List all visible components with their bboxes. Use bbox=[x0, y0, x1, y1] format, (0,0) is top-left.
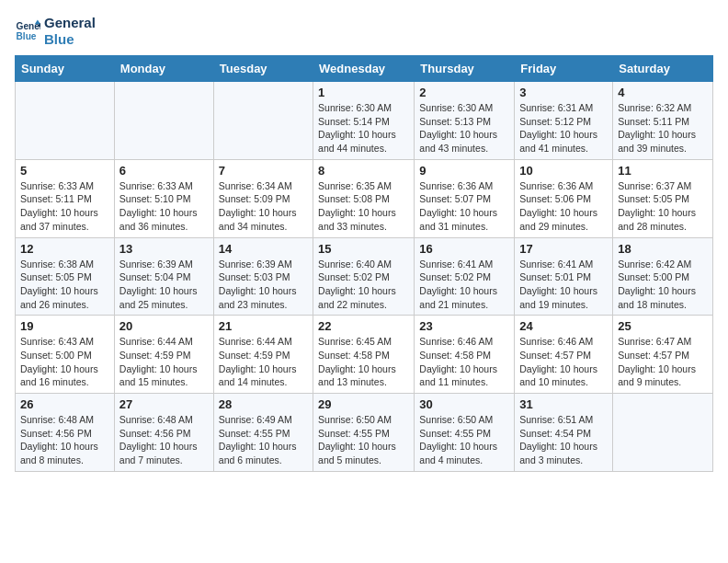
logo: General Blue GeneralBlue bbox=[15, 15, 96, 48]
calendar-cell bbox=[114, 82, 213, 160]
day-number: 19 bbox=[20, 319, 109, 333]
day-number: 15 bbox=[318, 242, 409, 256]
calendar-cell: 8Sunrise: 6:35 AM Sunset: 5:08 PM Daylig… bbox=[313, 159, 415, 237]
day-number: 28 bbox=[219, 397, 308, 411]
weekday-header: Sunday bbox=[16, 56, 115, 82]
day-number: 29 bbox=[318, 397, 409, 411]
day-number: 9 bbox=[419, 164, 509, 178]
day-info: Sunrise: 6:46 AM Sunset: 4:57 PM Dayligh… bbox=[519, 335, 608, 389]
day-info: Sunrise: 6:49 AM Sunset: 4:55 PM Dayligh… bbox=[219, 413, 308, 467]
day-info: Sunrise: 6:45 AM Sunset: 4:58 PM Dayligh… bbox=[318, 335, 409, 389]
calendar-week-row: 19Sunrise: 6:43 AM Sunset: 5:00 PM Dayli… bbox=[16, 316, 713, 394]
day-info: Sunrise: 6:30 AM Sunset: 5:14 PM Dayligh… bbox=[318, 101, 409, 155]
day-info: Sunrise: 6:33 AM Sunset: 5:11 PM Dayligh… bbox=[20, 179, 109, 234]
day-info: Sunrise: 6:46 AM Sunset: 4:58 PM Dayligh… bbox=[419, 335, 509, 389]
day-number: 26 bbox=[20, 397, 109, 411]
day-info: Sunrise: 6:36 AM Sunset: 5:06 PM Dayligh… bbox=[519, 179, 608, 234]
calendar-cell: 26Sunrise: 6:48 AM Sunset: 4:56 PM Dayli… bbox=[16, 394, 115, 472]
day-info: Sunrise: 6:31 AM Sunset: 5:12 PM Dayligh… bbox=[519, 101, 608, 155]
calendar-cell: 17Sunrise: 6:41 AM Sunset: 5:01 PM Dayli… bbox=[515, 237, 613, 316]
weekday-header: Friday bbox=[515, 56, 613, 82]
calendar-cell bbox=[213, 82, 313, 160]
day-number: 2 bbox=[419, 86, 509, 99]
calendar-cell: 5Sunrise: 6:33 AM Sunset: 5:11 PM Daylig… bbox=[16, 159, 115, 237]
calendar-cell: 29Sunrise: 6:50 AM Sunset: 4:55 PM Dayli… bbox=[313, 394, 415, 472]
day-info: Sunrise: 6:32 AM Sunset: 5:11 PM Dayligh… bbox=[618, 101, 708, 155]
day-info: Sunrise: 6:44 AM Sunset: 4:59 PM Dayligh… bbox=[219, 335, 308, 389]
day-number: 8 bbox=[318, 164, 409, 178]
day-number: 13 bbox=[119, 242, 209, 256]
calendar-cell: 12Sunrise: 6:38 AM Sunset: 5:05 PM Dayli… bbox=[16, 237, 115, 316]
day-number: 23 bbox=[419, 319, 509, 333]
day-info: Sunrise: 6:34 AM Sunset: 5:09 PM Dayligh… bbox=[219, 179, 308, 234]
day-number: 30 bbox=[419, 397, 509, 411]
calendar-cell: 7Sunrise: 6:34 AM Sunset: 5:09 PM Daylig… bbox=[213, 159, 313, 237]
day-number: 11 bbox=[618, 164, 708, 178]
calendar-cell: 22Sunrise: 6:45 AM Sunset: 4:58 PM Dayli… bbox=[313, 316, 415, 394]
day-number: 20 bbox=[119, 319, 209, 333]
day-info: Sunrise: 6:39 AM Sunset: 5:03 PM Dayligh… bbox=[219, 258, 308, 312]
day-number: 27 bbox=[119, 397, 209, 411]
day-number: 22 bbox=[318, 319, 409, 333]
calendar-cell: 10Sunrise: 6:36 AM Sunset: 5:06 PM Dayli… bbox=[515, 159, 613, 237]
calendar-cell bbox=[16, 82, 115, 160]
day-number: 3 bbox=[519, 86, 608, 99]
day-number: 7 bbox=[219, 164, 308, 178]
calendar-cell: 20Sunrise: 6:44 AM Sunset: 4:59 PM Dayli… bbox=[114, 316, 213, 394]
day-number: 4 bbox=[618, 86, 708, 99]
day-number: 24 bbox=[519, 319, 608, 333]
calendar-cell: 1Sunrise: 6:30 AM Sunset: 5:14 PM Daylig… bbox=[313, 82, 415, 160]
calendar-table: SundayMondayTuesdayWednesdayThursdayFrid… bbox=[15, 55, 713, 472]
calendar-cell: 16Sunrise: 6:41 AM Sunset: 5:02 PM Dayli… bbox=[415, 237, 515, 316]
day-info: Sunrise: 6:48 AM Sunset: 4:56 PM Dayligh… bbox=[119, 413, 209, 467]
day-info: Sunrise: 6:33 AM Sunset: 5:10 PM Dayligh… bbox=[119, 179, 209, 234]
day-number: 21 bbox=[219, 319, 308, 333]
day-info: Sunrise: 6:41 AM Sunset: 5:01 PM Dayligh… bbox=[519, 258, 608, 312]
calendar-week-row: 1Sunrise: 6:30 AM Sunset: 5:14 PM Daylig… bbox=[16, 82, 713, 160]
day-info: Sunrise: 6:30 AM Sunset: 5:13 PM Dayligh… bbox=[419, 101, 509, 155]
calendar-week-row: 5Sunrise: 6:33 AM Sunset: 5:11 PM Daylig… bbox=[16, 159, 713, 237]
day-info: Sunrise: 6:37 AM Sunset: 5:05 PM Dayligh… bbox=[618, 179, 708, 234]
day-number: 12 bbox=[20, 242, 109, 256]
calendar-cell: 27Sunrise: 6:48 AM Sunset: 4:56 PM Dayli… bbox=[114, 394, 213, 472]
day-info: Sunrise: 6:47 AM Sunset: 4:57 PM Dayligh… bbox=[618, 335, 708, 389]
calendar-cell: 23Sunrise: 6:46 AM Sunset: 4:58 PM Dayli… bbox=[415, 316, 515, 394]
calendar-cell: 14Sunrise: 6:39 AM Sunset: 5:03 PM Dayli… bbox=[213, 237, 313, 316]
day-number: 1 bbox=[318, 86, 409, 99]
logo-text: GeneralBlue bbox=[44, 15, 96, 48]
day-number: 25 bbox=[618, 319, 708, 333]
day-number: 18 bbox=[618, 242, 708, 256]
day-info: Sunrise: 6:50 AM Sunset: 4:55 PM Dayligh… bbox=[318, 413, 409, 467]
day-info: Sunrise: 6:51 AM Sunset: 4:54 PM Dayligh… bbox=[519, 413, 608, 467]
calendar-cell: 13Sunrise: 6:39 AM Sunset: 5:04 PM Dayli… bbox=[114, 237, 213, 316]
logo-icon: General Blue bbox=[15, 18, 40, 44]
calendar-cell: 25Sunrise: 6:47 AM Sunset: 4:57 PM Dayli… bbox=[613, 316, 713, 394]
weekday-header: Tuesday bbox=[213, 56, 313, 82]
day-info: Sunrise: 6:43 AM Sunset: 5:00 PM Dayligh… bbox=[20, 335, 109, 389]
day-info: Sunrise: 6:40 AM Sunset: 5:02 PM Dayligh… bbox=[318, 258, 409, 312]
weekday-header-row: SundayMondayTuesdayWednesdayThursdayFrid… bbox=[16, 56, 713, 82]
day-number: 14 bbox=[219, 242, 308, 256]
calendar-cell bbox=[613, 394, 713, 472]
calendar-cell: 30Sunrise: 6:50 AM Sunset: 4:55 PM Dayli… bbox=[415, 394, 515, 472]
calendar-cell: 18Sunrise: 6:42 AM Sunset: 5:00 PM Dayli… bbox=[613, 237, 713, 316]
calendar-cell: 31Sunrise: 6:51 AM Sunset: 4:54 PM Dayli… bbox=[515, 394, 613, 472]
day-info: Sunrise: 6:39 AM Sunset: 5:04 PM Dayligh… bbox=[119, 258, 209, 312]
svg-text:Blue: Blue bbox=[17, 31, 37, 41]
day-info: Sunrise: 6:41 AM Sunset: 5:02 PM Dayligh… bbox=[419, 258, 509, 312]
weekday-header: Saturday bbox=[613, 56, 713, 82]
calendar-cell: 19Sunrise: 6:43 AM Sunset: 5:00 PM Dayli… bbox=[16, 316, 115, 394]
day-info: Sunrise: 6:35 AM Sunset: 5:08 PM Dayligh… bbox=[318, 179, 409, 234]
calendar-cell: 15Sunrise: 6:40 AM Sunset: 5:02 PM Dayli… bbox=[313, 237, 415, 316]
day-number: 17 bbox=[519, 242, 608, 256]
calendar-cell: 28Sunrise: 6:49 AM Sunset: 4:55 PM Dayli… bbox=[213, 394, 313, 472]
day-info: Sunrise: 6:44 AM Sunset: 4:59 PM Dayligh… bbox=[119, 335, 209, 389]
day-info: Sunrise: 6:36 AM Sunset: 5:07 PM Dayligh… bbox=[419, 179, 509, 234]
day-info: Sunrise: 6:38 AM Sunset: 5:05 PM Dayligh… bbox=[20, 258, 109, 312]
calendar-cell: 6Sunrise: 6:33 AM Sunset: 5:10 PM Daylig… bbox=[114, 159, 213, 237]
calendar-cell: 2Sunrise: 6:30 AM Sunset: 5:13 PM Daylig… bbox=[415, 82, 515, 160]
weekday-header: Wednesday bbox=[313, 56, 415, 82]
day-number: 16 bbox=[419, 242, 509, 256]
day-number: 10 bbox=[519, 164, 608, 178]
day-number: 31 bbox=[519, 397, 608, 411]
